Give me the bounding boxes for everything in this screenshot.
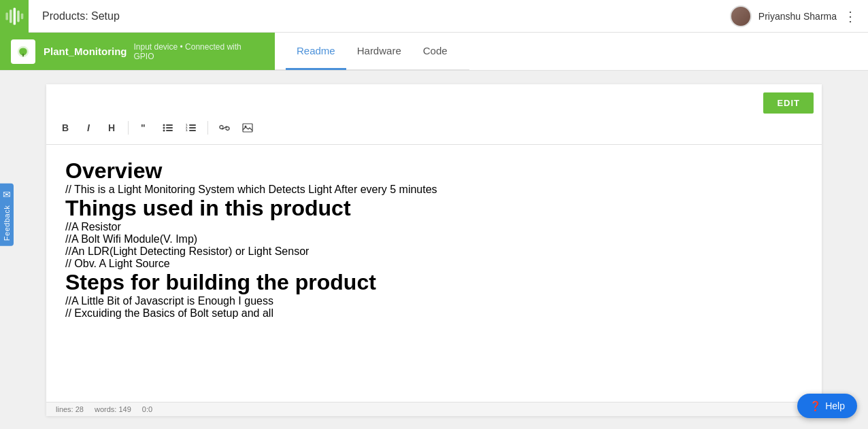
svg-rect-15: [189, 124, 196, 126]
help-label: Help: [825, 400, 845, 411]
ordered-list-button[interactable]: 1. 2. 3.: [182, 118, 201, 137]
page-title: Products: Setup: [42, 10, 120, 22]
section1-text: // This is a Light Monitoring System whi…: [65, 184, 803, 196]
help-button[interactable]: ❓ Help: [797, 394, 857, 418]
section1-heading: Overview: [65, 158, 803, 184]
help-icon: ❓: [809, 400, 821, 411]
menu-dots-icon[interactable]: ⋮: [844, 8, 857, 24]
svg-rect-17: [189, 127, 196, 128]
svg-rect-1: [10, 10, 12, 23]
status-bar: lines: 28 words: 149 0:0: [46, 402, 822, 416]
plant-icon: [16, 44, 31, 59]
edit-button[interactable]: EDIT: [763, 92, 814, 114]
heading-button[interactable]: H: [102, 118, 121, 137]
tab-hardware[interactable]: Hardware: [346, 33, 412, 70]
section3-items: //A Little Bit of Javascript is Enough I…: [65, 295, 803, 320]
list-item: //A Little Bit of Javascript is Enough I…: [65, 295, 803, 307]
link-icon: [219, 123, 230, 133]
editor-content[interactable]: Overview // This is a Light Monitoring S…: [46, 145, 822, 402]
navbar-left: Products: Setup: [11, 0, 120, 33]
svg-rect-6: [22, 53, 24, 56]
tab-code[interactable]: Code: [412, 33, 458, 70]
toolbar-separator-2: [207, 121, 208, 135]
image-button[interactable]: [238, 118, 257, 137]
svg-rect-9: [166, 124, 173, 126]
svg-rect-19: [189, 130, 196, 131]
svg-rect-3: [17, 10, 20, 22]
navbar: Products: Setup Priyanshu Sharma ⋮: [0, 0, 868, 33]
product-icon: [11, 39, 35, 64]
feedback-label: Feedback: [3, 205, 11, 240]
avatar: [730, 5, 752, 27]
svg-rect-2: [14, 7, 16, 24]
editor-toolbar: B I H " 1. 2. 3.: [46, 111, 822, 145]
product-name: Plant_Monitoring: [44, 46, 127, 57]
product-header: Plant_Monitoring Input device • Connecte…: [0, 33, 275, 70]
logo: [0, 0, 29, 33]
svg-point-10: [163, 127, 165, 129]
bold-button[interactable]: B: [56, 118, 75, 137]
product-description: Input device • Connected with GPIO: [134, 42, 265, 61]
feedback-icon: ✉: [3, 188, 11, 199]
unordered-list-icon: [163, 123, 173, 133]
toolbar-separator-1: [128, 121, 129, 135]
navbar-right: Priyanshu Sharma ⋮: [730, 5, 857, 27]
svg-rect-13: [166, 130, 173, 131]
content-area: EDIT B I H " 1. 2.: [0, 71, 868, 429]
italic-button[interactable]: I: [79, 118, 98, 137]
section2-items: //A Resistor //A Bolt Wifi Module(V. Imp…: [65, 221, 803, 270]
status-cursor: 0:0: [142, 405, 152, 413]
list-item: // Obv. A Light Source: [65, 258, 803, 270]
editor-scroll-wrapper: Overview // This is a Light Monitoring S…: [46, 145, 822, 402]
logo-icon: [5, 7, 24, 26]
status-words: words: 149: [95, 405, 131, 413]
svg-rect-11: [166, 127, 173, 128]
list-item: //A Bolt Wifi Module(V. Imp): [65, 233, 803, 245]
svg-rect-4: [21, 13, 24, 18]
status-lines: lines: 28: [56, 405, 84, 413]
svg-point-12: [163, 130, 165, 132]
list-item: //An LDR(Light Detecting Resistor) or Li…: [65, 245, 803, 258]
list-item: //A Resistor: [65, 221, 803, 233]
list-item: // Excuiding the Basics of Bolt setup an…: [65, 307, 803, 320]
section3-heading: Steps for building the product: [65, 270, 803, 295]
ordered-list-icon: 1. 2. 3.: [186, 123, 197, 133]
user-name: Priyanshu Sharma: [758, 11, 837, 22]
svg-text:": ": [141, 123, 146, 133]
quote-icon: ": [140, 123, 150, 133]
section2-heading: Things used in this product: [65, 196, 803, 221]
svg-point-8: [163, 124, 165, 126]
svg-text:3.: 3.: [186, 128, 188, 132]
image-icon: [242, 123, 253, 133]
tab-readme[interactable]: Readme: [286, 33, 346, 70]
feedback-panel[interactable]: ✉ Feedback: [0, 183, 14, 245]
svg-rect-21: [243, 124, 252, 132]
editor-container: EDIT B I H " 1. 2.: [46, 84, 822, 416]
unordered-list-button[interactable]: [158, 118, 178, 137]
header-row: Plant_Monitoring Input device • Connecte…: [0, 33, 868, 71]
svg-rect-0: [5, 12, 8, 20]
tabs-bar: Readme Hardware Code: [275, 33, 469, 70]
quote-button[interactable]: ": [135, 118, 154, 137]
link-button[interactable]: [215, 118, 234, 137]
